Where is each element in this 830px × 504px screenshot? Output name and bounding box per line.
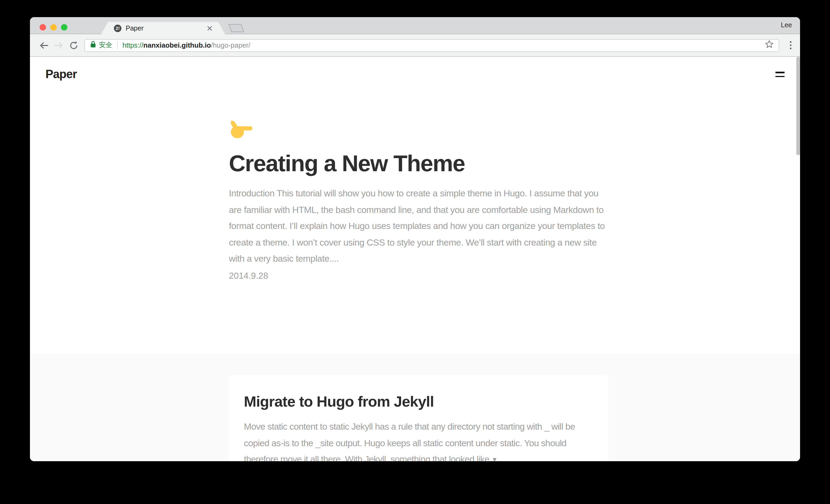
posts-section: Migrate to Hugo from Jekyll Move static … [30, 354, 800, 461]
post-title[interactable]: Creating a New Theme [229, 151, 608, 176]
zoom-window-button[interactable] [61, 24, 67, 31]
reload-button[interactable] [66, 38, 81, 53]
page-scrollbar[interactable] [796, 57, 800, 155]
omnibox-separator [117, 41, 118, 49]
browser-tab[interactable]: 2! Paper [101, 22, 225, 34]
back-button[interactable] [36, 38, 51, 53]
window-controls [39, 24, 67, 31]
post-date: 2014.9.28 [229, 271, 608, 281]
new-tab-button[interactable] [229, 24, 245, 32]
browser-toolbar: 安全 https://nanxiaobei.github.io/hugo-pap… [30, 34, 800, 57]
address-bar[interactable]: 安全 https://nanxiaobei.github.io/hugo-pap… [85, 39, 779, 52]
profile-name[interactable]: Lee [781, 22, 792, 29]
url-scheme: https:// [123, 41, 143, 49]
lock-icon [90, 40, 96, 50]
hero-post[interactable]: Creating a New Theme Introduction This t… [229, 117, 608, 281]
bookmark-star-icon[interactable] [765, 40, 774, 51]
pointing-right-emoji-icon [229, 117, 254, 141]
url-path: /hugo-paper/ [211, 41, 250, 49]
tab-strip: 2! Paper Lee [30, 17, 800, 34]
post-summary: Introduction This tutorial will show you… [229, 186, 608, 267]
screenshot-stage: 2! Paper Lee [0, 0, 830, 504]
close-window-button[interactable] [39, 24, 46, 31]
minimize-window-button[interactable] [50, 24, 57, 31]
browser-window: 2! Paper Lee [30, 17, 800, 461]
post-card[interactable]: Migrate to Hugo from Jekyll Move static … [229, 375, 608, 461]
post-title[interactable]: Migrate to Hugo from Jekyll [244, 393, 593, 410]
site-header: Paper [30, 57, 800, 81]
security-label: 安全 [99, 41, 112, 50]
expand-arrow-icon[interactable]: ▼ [491, 456, 498, 461]
browser-menu-icon[interactable] [790, 41, 792, 50]
hamburger-menu-icon[interactable] [775, 70, 785, 78]
site-logo[interactable]: Paper [45, 67, 77, 81]
post-summary: Move static content to static Jekyll has… [244, 419, 593, 461]
url-host: nanxiaobei.github.io [143, 41, 211, 49]
tab-favicon: 2! [114, 24, 121, 32]
forward-button[interactable] [51, 38, 66, 53]
tab-close-icon[interactable] [207, 25, 212, 31]
tab-title: Paper [126, 24, 143, 32]
page-viewport: Paper Creating a New Theme Introduction … [30, 57, 800, 461]
url-text: https://nanxiaobei.github.io/hugo-paper/ [123, 41, 250, 49]
